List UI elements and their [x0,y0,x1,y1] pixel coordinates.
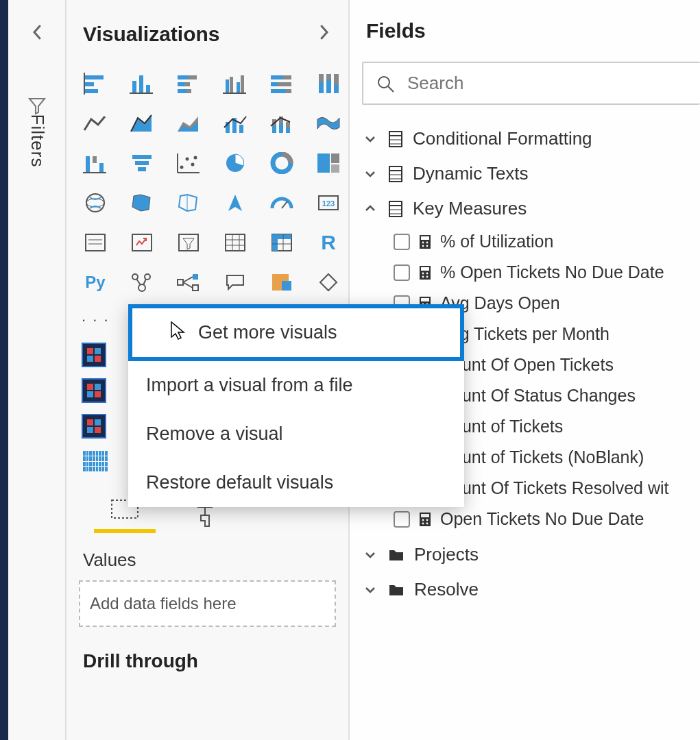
key-influencers-icon[interactable] [128,269,156,296]
svg-rect-111 [389,132,402,147]
svg-rect-42 [286,127,290,133]
visuals-context-menu: Get more visuals Import a visual from a … [128,304,464,507]
stacked-area-chart-icon[interactable] [175,110,202,137]
svg-rect-11 [184,82,190,86]
table-key-measures[interactable]: Key Measures [354,191,700,226]
kpi-icon[interactable] [128,229,156,256]
table-projects[interactable]: Projects [354,537,700,572]
measure-item[interactable]: % Open Tickets No Due Date [389,257,700,288]
menu-import-visual[interactable]: Import a visual from a file [128,361,464,410]
custom-visual-2[interactable] [82,378,106,403]
card-icon[interactable]: 123 [315,189,342,217]
svg-point-132 [426,272,429,274]
100-stacked-bar-icon[interactable] [268,70,295,97]
table-resolve[interactable]: Resolve [354,572,700,607]
svg-rect-119 [389,201,402,217]
scatter-chart-icon[interactable] [175,149,202,177]
folder-icon [388,547,405,563]
table-icon[interactable] [221,229,249,256]
svg-rect-105 [95,427,101,433]
donut-chart-icon[interactable] [268,149,295,177]
svg-rect-5 [139,75,143,93]
100-stacked-column-icon[interactable] [315,70,342,97]
azure-map-icon[interactable] [221,189,249,217]
fields-search[interactable] [362,62,700,105]
menu-remove-visual[interactable]: Remove a visual [128,410,464,458]
fields-title: Fields [350,0,700,55]
filled-map-icon[interactable] [128,189,156,217]
funnel-chart-icon[interactable] [128,149,156,177]
svg-point-109 [378,77,389,88]
svg-text:123: 123 [322,199,335,208]
clustered-bar-chart-icon[interactable] [221,70,249,97]
svg-point-134 [426,275,429,278]
svg-rect-89 [193,285,198,291]
gauge-chart-icon[interactable] [268,189,295,217]
collapse-viz-button[interactable] [314,19,335,49]
clustered-column-chart-icon[interactable] [128,70,156,97]
shape-map-icon[interactable] [175,189,202,217]
measure-label: % Open Tickets No Due Date [440,262,664,282]
custom-visual-4[interactable] [82,449,109,473]
decomposition-tree-icon[interactable] [175,269,202,296]
svg-rect-26 [319,82,324,93]
python-visual-icon[interactable]: Py [82,269,109,296]
line-chart-icon[interactable] [82,110,109,137]
svg-rect-103 [95,419,101,426]
paginated-report-icon[interactable] [315,269,342,296]
left-accent-bar [0,0,8,740]
map-icon[interactable] [82,189,109,217]
search-input[interactable] [407,73,688,94]
line-clustered-column-icon[interactable] [221,110,249,137]
custom-visual-1[interactable] [82,343,106,367]
svg-point-61 [86,194,104,212]
svg-rect-96 [87,356,93,362]
svg-point-182 [426,522,429,524]
qa-visual-icon[interactable] [221,269,249,296]
measure-item[interactable]: % of Utilization [389,226,700,257]
area-chart-icon[interactable] [128,110,156,137]
stacked-bar-chart-icon[interactable] [82,70,109,97]
svg-rect-71 [179,234,198,251]
drill-through-title: Drill through [67,630,348,679]
slicer-icon[interactable] [175,229,202,256]
measure-label: % of Utilization [440,232,553,251]
expand-filters-button[interactable] [31,23,43,45]
matrix-icon[interactable] [268,229,295,256]
svg-rect-6 [146,85,150,93]
table-dynamic-texts[interactable]: Dynamic Texts [354,156,700,191]
checkbox[interactable] [394,511,410,528]
measure-item[interactable]: Open Tickets No Due Date [389,504,700,534]
svg-rect-104 [87,427,93,433]
smart-narrative-icon[interactable] [268,269,295,296]
svg-rect-14 [226,79,229,93]
svg-point-133 [422,275,424,278]
checkbox[interactable] [394,234,410,250]
svg-point-179 [422,519,424,521]
svg-point-126 [426,241,429,243]
svg-rect-2 [84,89,98,93]
table-label: Resolve [414,579,479,600]
measure-calc-icon [418,511,432,528]
ribbon-chart-icon[interactable] [315,110,342,137]
values-drop-target[interactable]: Add data fields here [79,580,336,627]
table-conditional-formatting[interactable]: Conditional Formatting [354,121,700,156]
r-visual-icon[interactable]: R [315,229,342,256]
menu-get-more-visuals[interactable]: Get more visuals [128,304,464,361]
svg-rect-22 [271,82,278,86]
checkbox[interactable] [394,264,410,281]
measure-label: Count Of Tickets Resolved wit [440,478,668,498]
cursor-pointer-icon [169,321,186,341]
menu-restore-default[interactable]: Restore default visuals [128,458,464,507]
pie-chart-icon[interactable] [221,149,249,177]
line-stacked-column-icon[interactable] [268,110,295,137]
custom-visual-3[interactable] [82,414,106,439]
multirow-card-icon[interactable] [82,229,109,256]
treemap-chart-icon[interactable] [315,149,342,177]
stacked-column-chart-icon[interactable] [175,70,202,97]
svg-rect-124 [421,236,429,240]
waterfall-chart-icon[interactable] [82,149,109,177]
svg-rect-79 [272,234,278,251]
svg-rect-67 [86,234,105,251]
chevron-icon [362,202,378,216]
